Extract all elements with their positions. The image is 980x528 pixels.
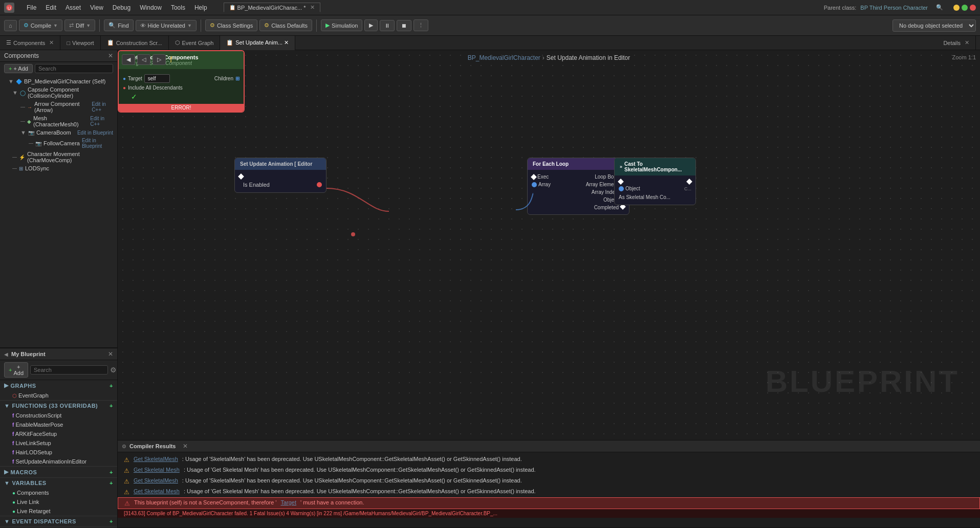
tab-set-update[interactable]: 📋 Set Update Anim... ✕ [220,36,295,50]
tree-item-lodsync[interactable]: — ⊞ LODSync [0,164,117,172]
event-dispatchers-section-header[interactable]: ▼ EVENT DISPATCHERS + [0,516,117,526]
menu-file[interactable]: File [23,3,40,12]
tree-item-cameraboom[interactable]: ▼ 📷 CameraBoom Edit in Blueprint [0,128,117,137]
component-search-input[interactable] [35,64,113,73]
add-macro-icon[interactable]: + [110,469,113,475]
tree-item-self[interactable]: ▼ 🔷 BP_MedievalGirlCharacter (Self) [0,77,117,85]
graph-event-graph[interactable]: ⬡ EventGraph [0,391,117,400]
add-component-button[interactable]: + + Add [4,64,33,73]
fn-icon: f [12,441,14,446]
var-components[interactable]: ● Components [0,488,117,497]
node-cast[interactable]: » Cast To SkeletalMeshCompon... Object C… [614,158,696,205]
menu-help[interactable]: Help [190,3,211,12]
compiler-row-error[interactable]: ⚠ This blueprint (self) is not a SceneCo… [118,497,980,509]
fn-hairlod[interactable]: f HairLODSetup [0,448,117,457]
fn-arkit[interactable]: f ARKitFaceSetup [0,429,117,438]
warn-link-2[interactable]: Get Skeletal Mesh [134,467,180,473]
error-target-link[interactable]: Target [280,499,296,505]
var-live-retarget[interactable]: ● Live Retarget [0,507,117,516]
title-bar: U File Edit Asset View Debug Window Tool… [0,0,980,15]
tab-event-graph[interactable]: ⬡ Event Graph [169,36,221,50]
canvas-prev-button[interactable]: ◁ [137,54,150,65]
warn-link-1[interactable]: Get SkeletalMesh [134,456,178,462]
gc-checkbox: ✓ [123,93,239,101]
tree-item-char-movement[interactable]: — ⚡ Character Movement (CharMoveComp) [0,150,117,164]
port-cast-object [619,186,624,191]
tree-item-capsule[interactable]: ▼ ◯ Capsule Component (CollisionCylinder… [0,85,117,100]
tab-close-icon[interactable]: ✕ [310,4,315,11]
debug-object-select[interactable]: No debug object selected [892,19,976,32]
bp-settings-button[interactable]: ⚙ [110,366,117,374]
my-blueprint-close[interactable]: ✕ [108,350,113,358]
edit-bp-cameraboom-link[interactable]: Edit in Blueprint [77,130,113,136]
fn-set-update[interactable]: f SetUpdateAnimationInEditor [0,457,117,466]
menu-debug[interactable]: Debug [108,3,135,12]
compile-dropdown-icon[interactable]: ▼ [53,23,58,28]
canvas-next-button[interactable]: ▷ [153,54,166,65]
close-button[interactable] [970,5,976,11]
compile-button[interactable]: ⚙ Compile ▼ [19,19,62,31]
home-button[interactable]: ⌂ [4,20,17,31]
menu-view[interactable]: View [86,3,107,12]
add-graph-icon[interactable]: + [110,383,113,389]
menu-tools[interactable]: Tools [167,3,189,12]
tab-close-details[interactable]: ✕ [965,39,969,46]
pause-button[interactable]: ⏸ [380,20,395,31]
var-live-link[interactable]: ● Live Link [0,497,117,507]
movement-icon: ⚡ [19,155,25,160]
tab-components[interactable]: ☰ Components ✕ [0,36,60,50]
find-button[interactable]: 🔍 Find [104,19,133,31]
compiler-panel-close[interactable]: ✕ [183,443,188,450]
diff-button[interactable]: ⇄ Diff ▼ [64,19,95,31]
class-defaults-button[interactable]: ⚙ Class Defaults [259,19,312,31]
tree-item-followcam[interactable]: — 📷 FollowCamera Edit in Blueprint [0,137,117,150]
diff-dropdown-icon[interactable]: ▼ [86,23,91,28]
menu-edit[interactable]: Edit [41,3,60,12]
menu-window[interactable]: Window [136,3,166,12]
gc-target-field[interactable]: self [144,74,170,83]
node-set-update[interactable]: Set Update Animation [ Editor Is Enabled [234,158,326,193]
graphs-section-header[interactable]: ▶ GRAPHS + [0,380,117,391]
warn-link-3[interactable]: Get SkeletalMesh [134,477,178,483]
add-function-icon[interactable]: + [110,403,113,409]
variables-section-header[interactable]: ▼ VARIABLES + [0,478,117,488]
edit-cpp-mesh-link[interactable]: Edit in C++ [90,116,113,127]
warn-link-4[interactable]: Get Skeletal Mesh [134,488,180,494]
tab-viewport[interactable]: □ Viewport [60,36,100,50]
blueprint-canvas[interactable]: ◀ ◁ ▷ f BP_MedievalGirlCharacter › Set U… [118,50,980,440]
window-tab-bp[interactable]: 📋 BP_MedievalGirlCharac... * ✕ [224,3,320,12]
hide-dropdown-icon[interactable]: ▼ [187,23,192,28]
fn-construction[interactable]: f ConstructionScript [0,411,117,420]
compiler-panel: ⚙ Compiler Results ✕ ⚠ Get SkeletalMesh … [118,440,980,528]
edit-bp-followcam-link[interactable]: Edit in Blueprint [82,138,113,149]
stop-button[interactable]: ⏹ [397,20,411,31]
edit-cpp-link[interactable]: Edit in C++ [92,101,113,113]
tab-close-components[interactable]: ✕ [49,39,54,46]
components-panel-toolbar: + + Add [0,62,117,75]
components-panel-close[interactable]: ✕ [108,52,113,59]
hide-unrelated-button[interactable]: 👁 Hide Unrelated ▼ [136,20,197,31]
add-variable-icon[interactable]: + [110,480,113,486]
compile-icon: ⚙ [24,22,29,29]
chevron-down-icon: ▼ [12,90,18,96]
functions-section-header[interactable]: ▼ FUNCTIONS (33 OVERRIDAB) + [0,401,117,411]
macros-section-header[interactable]: ▶ MACROS + [0,467,117,477]
class-settings-button[interactable]: ⚙ Class Settings [205,19,257,31]
add-bp-button[interactable]: + + Add [4,362,28,378]
more-options-button[interactable]: ⋮ [413,19,428,31]
menu-asset[interactable]: Asset [61,3,85,12]
maximize-button[interactable] [962,5,968,11]
tree-item-mesh[interactable]: — ◆ Mesh (CharacterMesh0) Edit in C++ [0,114,117,128]
add-event-icon[interactable]: + [110,518,113,524]
fn-enable-master[interactable]: f EnableMasterPose [0,420,117,429]
tab-details[interactable]: Details ✕ [937,36,976,50]
find-icon: 🔍 [108,22,116,29]
play-button[interactable]: ▶ [364,19,378,31]
tree-item-arrow[interactable]: — → Arrow Component (Arrow) Edit in C++ [0,100,117,114]
simulation-button[interactable]: ▶ Simulation [321,19,362,31]
bp-search-input[interactable] [30,365,108,375]
fn-livelink[interactable]: f LiveLinkSetup [0,438,117,448]
minimize-button[interactable] [953,5,960,11]
tab-construction[interactable]: 📋 Construction Scr... [101,36,169,50]
canvas-back-icon[interactable]: ◀ [122,54,135,65]
